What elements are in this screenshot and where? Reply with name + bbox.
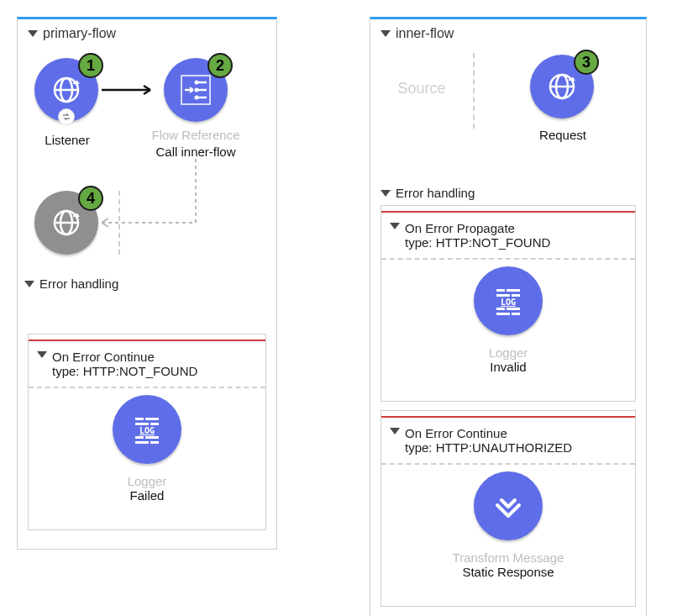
http-listener-icon [48, 71, 85, 108]
error-topline [29, 340, 265, 341]
flow-reference-icon [176, 71, 215, 109]
svg-rect-18 [150, 423, 159, 425]
svg-point-6 [195, 81, 199, 85]
listener-label: Listener [13, 132, 122, 149]
listener-response-node[interactable]: 4 [34, 191, 98, 255]
error-handling-header[interactable]: Error handling [381, 186, 636, 200]
collapse-icon [28, 30, 38, 37]
listener-node[interactable]: 1 [34, 58, 98, 122]
error-type-text: type: HTTP:NOT_FOUND [37, 364, 257, 378]
flow-title: primary-flow [43, 26, 116, 41]
svg-rect-27 [496, 289, 505, 292]
flow-reference-name: Call inner-flow [141, 144, 250, 161]
inner-flow-panel: inner-flow Source 3 Request Error handli… [370, 17, 647, 616]
svg-rect-22 [135, 441, 149, 444]
svg-rect-28 [507, 289, 520, 292]
collapse-icon [24, 281, 34, 287]
logger-icon: LOG [488, 281, 528, 321]
logger-type: Logger [128, 474, 167, 488]
svg-rect-34 [496, 313, 510, 315]
step-badge: 4 [78, 186, 103, 211]
logger-type: Logger [489, 345, 528, 360]
error-handling-header[interactable]: Error handling [24, 276, 271, 291]
flow-canvas: Source 3 Request [381, 48, 636, 182]
step-badge: 1 [78, 53, 103, 78]
flow-canvas: 1 Listener [28, 48, 266, 334]
logger-node[interactable]: LOG [113, 395, 181, 464]
on-error-propagate-scope[interactable]: On Error Propagate type: HTTP:NOT_FOUND … [381, 205, 636, 402]
flow-reference-type: Flow Reference [141, 127, 250, 144]
step-badge: 2 [207, 53, 233, 78]
collapse-icon [381, 30, 391, 37]
http-request-node[interactable]: 3 [530, 55, 594, 118]
error-scope-label: On Error Propagate [405, 221, 515, 235]
svg-rect-32 [496, 308, 505, 310]
svg-text:LOG: LOG [139, 426, 155, 435]
svg-rect-23 [150, 441, 159, 444]
transform-message-node[interactable] [474, 471, 543, 540]
svg-rect-16 [145, 418, 159, 420]
logger-name: Failed [130, 488, 165, 503]
svg-rect-17 [135, 423, 149, 425]
svg-rect-35 [512, 313, 520, 315]
flow-title: inner-flow [396, 26, 454, 41]
logger-icon: LOG [127, 409, 167, 450]
step-badge: 3 [574, 50, 599, 75]
flow-header[interactable]: primary-flow [28, 26, 266, 41]
svg-rect-21 [145, 436, 159, 439]
transform-message-icon [487, 485, 529, 527]
exchange-icon [58, 108, 75, 125]
error-scope-label: On Error Continue [52, 350, 155, 364]
logger-name: Invalid [490, 360, 526, 374]
svg-point-7 [195, 88, 199, 92]
request-label: Request [508, 127, 617, 144]
error-handling-label: Error handling [396, 186, 475, 200]
error-type-text: type: HTTP:NOT_FOUND [390, 235, 627, 250]
error-handling-label: Error handling [39, 276, 118, 291]
source-placeholder: Source [384, 80, 459, 97]
collapse-icon [381, 190, 391, 197]
arrow-icon [102, 83, 160, 97]
svg-text:LOG: LOG [501, 297, 516, 307]
http-listener-icon [48, 204, 85, 241]
collapse-icon [390, 428, 400, 434]
svg-rect-30 [512, 294, 520, 297]
divider [473, 53, 475, 129]
flow-reference-node[interactable]: 2 [164, 58, 228, 122]
svg-rect-33 [507, 308, 520, 310]
error-topline [381, 416, 635, 418]
svg-rect-29 [496, 294, 510, 297]
svg-rect-20 [135, 436, 144, 439]
primary-flow-panel: primary-flow 1 Listener [17, 17, 277, 550]
on-error-continue-scope[interactable]: On Error Continue type: HTTP:NOT_FOUND L… [28, 334, 266, 530]
svg-point-8 [195, 96, 199, 100]
logger-node[interactable]: LOG [474, 266, 543, 335]
collapse-icon [390, 223, 400, 229]
error-type-text: type: HTTP:UNAUTHORIZED [390, 440, 627, 455]
transform-type: Transform Message [453, 550, 564, 565]
flow-header[interactable]: inner-flow [381, 26, 636, 41]
collapse-icon [37, 351, 47, 358]
transform-name: Static Response [462, 565, 554, 579]
error-topline [381, 211, 635, 213]
svg-rect-15 [135, 418, 144, 420]
http-request-icon [543, 68, 580, 105]
error-scope-label: On Error Continue [405, 426, 507, 440]
on-error-continue-scope[interactable]: On Error Continue type: HTTP:UNAUTHORIZE… [381, 410, 636, 607]
divider [118, 191, 120, 255]
